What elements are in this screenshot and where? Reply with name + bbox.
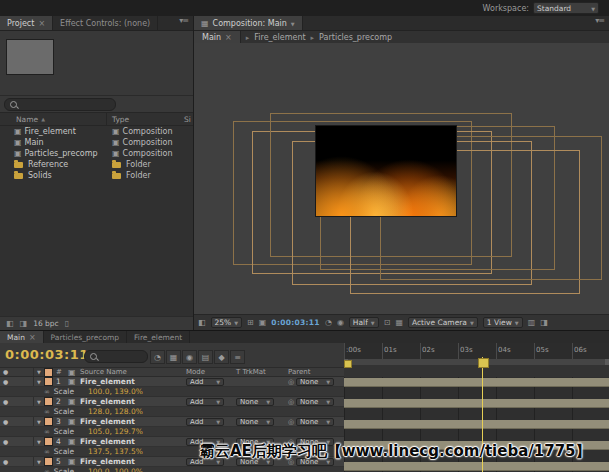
project-item-particles-precomp[interactable]: Particles_precomp Composition bbox=[0, 148, 193, 159]
new-folder-icon[interactable]: ◨ bbox=[20, 319, 28, 328]
pickwhip-icon[interactable] bbox=[288, 417, 294, 426]
property-label[interactable]: Scale bbox=[54, 447, 74, 456]
timeline-tab-fire-element[interactable]: Fire_element bbox=[127, 331, 190, 343]
layer-name[interactable]: Fire_element bbox=[80, 417, 186, 426]
column-trkmat[interactable]: T TrkMat bbox=[236, 368, 288, 376]
visibility-eye-icon[interactable] bbox=[0, 417, 8, 426]
layer-row[interactable]: 3 Fire_element Add None None bbox=[0, 417, 344, 427]
label-chip[interactable] bbox=[44, 417, 54, 426]
workspace-select[interactable]: Standard bbox=[533, 2, 599, 14]
fast-previews-icon[interactable]: ◨ bbox=[540, 318, 548, 327]
layer-name[interactable]: Fire_element bbox=[80, 397, 186, 406]
layer-row[interactable]: 1 Fire_element Add None bbox=[0, 377, 344, 387]
column-type[interactable]: Type bbox=[112, 115, 129, 124]
mode-select[interactable]: Add bbox=[186, 398, 224, 406]
layer-name[interactable]: Fire_element bbox=[80, 437, 186, 446]
close-icon[interactable]: × bbox=[29, 333, 36, 342]
composition-viewport[interactable] bbox=[194, 43, 609, 314]
project-item-main[interactable]: Main Composition bbox=[0, 137, 193, 148]
property-row[interactable]: Scale 100.0, 139.0% bbox=[0, 387, 344, 397]
bit-depth[interactable]: 16 bpc bbox=[33, 319, 59, 328]
scale-value[interactable]: 100.0, 100.0% bbox=[88, 467, 143, 472]
column-name[interactable]: Name bbox=[16, 115, 38, 124]
motion-blur-icon[interactable]: ◆ bbox=[214, 350, 229, 364]
property-row[interactable]: Scale 105.0, 129.7% bbox=[0, 427, 344, 437]
visibility-eye-icon[interactable] bbox=[0, 437, 8, 446]
property-label[interactable]: Scale bbox=[54, 467, 74, 472]
property-label[interactable]: Scale bbox=[54, 427, 74, 436]
property-track-row[interactable] bbox=[344, 409, 609, 419]
mode-select[interactable]: Add bbox=[186, 378, 224, 386]
layer-duration-bar[interactable] bbox=[344, 420, 609, 429]
column-mode[interactable]: Mode bbox=[186, 368, 236, 376]
view-layout-select[interactable]: 1 View bbox=[483, 317, 523, 328]
panel-menu-icon[interactable] bbox=[174, 16, 193, 30]
timeline-tab-particles-precomp[interactable]: Particles_precomp bbox=[44, 331, 127, 343]
label-chip[interactable] bbox=[44, 377, 54, 386]
label-chip[interactable] bbox=[44, 397, 54, 406]
column-size[interactable]: Si bbox=[184, 115, 191, 124]
show-channel-icon[interactable]: ◉ bbox=[337, 318, 344, 327]
trash-icon[interactable]: ▯ bbox=[65, 319, 69, 328]
property-track-row[interactable] bbox=[344, 388, 609, 398]
column-divider[interactable] bbox=[106, 113, 107, 125]
snapshot-icon[interactable]: ◔ bbox=[325, 318, 332, 327]
breadcrumb-fire-element[interactable]: Fire_element bbox=[254, 33, 305, 42]
tab-project[interactable]: Project × bbox=[0, 16, 53, 30]
timeline-search-input[interactable] bbox=[84, 350, 148, 363]
current-time-display[interactable]: 0:00:03:11 bbox=[5, 347, 89, 362]
frame-blend-icon[interactable]: ▤ bbox=[198, 350, 213, 364]
layer-duration-bar-row[interactable] bbox=[344, 399, 609, 409]
visibility-eye-icon[interactable] bbox=[0, 377, 8, 386]
transparency-grid-icon[interactable]: ▦ bbox=[395, 318, 403, 327]
twirl-icon[interactable] bbox=[34, 377, 44, 386]
draft3d-icon[interactable]: ▦ bbox=[166, 350, 181, 364]
column-parent[interactable]: Parent bbox=[288, 368, 344, 376]
time-ruler[interactable]: :00s 01s 02s 03s 04s 05s 06s bbox=[344, 343, 609, 360]
parent-select[interactable]: None bbox=[296, 398, 334, 406]
safe-areas-icon[interactable]: ⊞ bbox=[247, 318, 254, 327]
timeline-tab-main[interactable]: Main × bbox=[0, 331, 44, 343]
graph-editor-icon[interactable]: ≡ bbox=[230, 350, 245, 364]
project-item-solids[interactable]: Solids Folder bbox=[0, 170, 193, 181]
breadcrumb-particles-precomp[interactable]: Particles_precomp bbox=[319, 33, 392, 42]
layer-duration-bar[interactable] bbox=[344, 378, 609, 387]
layer-duration-bar-row[interactable] bbox=[344, 378, 609, 388]
current-time-indicator-handle[interactable] bbox=[478, 358, 489, 368]
parent-select[interactable]: None bbox=[296, 378, 334, 386]
interpret-footage-icon[interactable]: ◧ bbox=[6, 319, 14, 328]
timeline-column-headers[interactable]: # Source Name Mode T TrkMat Parent bbox=[0, 367, 344, 377]
layer-name[interactable]: Fire_element bbox=[80, 377, 186, 386]
label-chip[interactable] bbox=[44, 437, 54, 446]
trkmat-select[interactable]: None bbox=[236, 398, 274, 406]
search-input[interactable] bbox=[4, 98, 116, 111]
property-track-row[interactable] bbox=[344, 430, 609, 440]
scale-value[interactable]: 137.5, 137.5% bbox=[88, 447, 143, 456]
layer-row[interactable]: 2 Fire_element Add None None bbox=[0, 397, 344, 407]
parent-select[interactable]: None bbox=[296, 418, 334, 426]
tab-composition-main[interactable]: Composition: Main bbox=[194, 16, 303, 30]
project-item-reference[interactable]: Reference Folder bbox=[0, 159, 193, 170]
layer-duration-bar[interactable] bbox=[344, 462, 609, 471]
scale-value[interactable]: 128.0, 128.0% bbox=[88, 407, 143, 416]
region-of-interest-icon[interactable]: ⊡ bbox=[384, 318, 391, 327]
property-row[interactable]: Scale 100.0, 100.0% bbox=[0, 467, 344, 472]
column-source-name[interactable]: Source Name bbox=[80, 368, 186, 376]
layer-name[interactable]: Fire_element bbox=[80, 457, 186, 466]
scale-value[interactable]: 105.0, 129.7% bbox=[88, 427, 143, 436]
twirl-icon[interactable] bbox=[34, 437, 44, 446]
twirl-icon[interactable] bbox=[34, 457, 44, 466]
layer-duration-bar-row[interactable] bbox=[344, 420, 609, 430]
visibility-eye-icon[interactable] bbox=[0, 397, 8, 406]
twirl-icon[interactable] bbox=[34, 397, 44, 406]
project-item-fire-element[interactable]: Fire_element Composition bbox=[0, 126, 193, 137]
mask-visibility-icon[interactable]: ▣ bbox=[259, 318, 267, 327]
layer-duration-bar[interactable] bbox=[344, 399, 609, 408]
mode-select[interactable]: Add bbox=[186, 418, 224, 426]
property-label[interactable]: Scale bbox=[54, 407, 74, 416]
property-row[interactable]: Scale 128.0, 128.0% bbox=[0, 407, 344, 417]
trkmat-select[interactable]: None bbox=[236, 418, 274, 426]
project-column-headers[interactable]: Name ▲ Type Si bbox=[0, 112, 193, 126]
timeline-marker[interactable] bbox=[344, 360, 352, 368]
fire-layer-image[interactable] bbox=[315, 125, 457, 217]
